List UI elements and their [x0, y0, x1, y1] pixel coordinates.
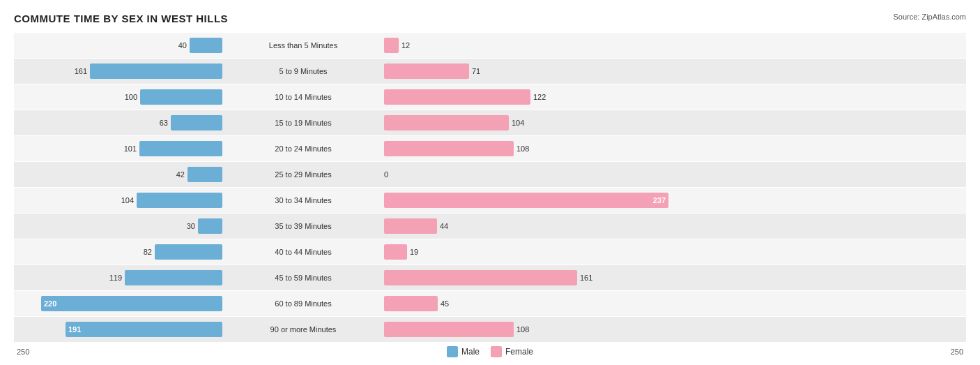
female-bar-section: 237	[380, 193, 966, 208]
male-bar-section: 100	[14, 89, 227, 105]
chart-source: Source: ZipAtlas.com	[893, 13, 966, 21]
female-bar-section: 44	[380, 218, 966, 234]
table-row: 191 90 or more Minutes 108	[14, 317, 966, 342]
legend-female-box	[491, 346, 502, 357]
male-bar-section: 82	[14, 244, 227, 260]
row-label: 20 to 24 Minutes	[227, 144, 380, 153]
legend: Male Female	[447, 346, 533, 357]
male-bar-section: 101	[14, 141, 227, 156]
table-row: 40 Less than 5 Minutes 12	[14, 33, 966, 58]
chart-title: COMMUTE TIME BY SEX IN WEST HILLS	[14, 13, 228, 24]
female-bar-section: 104	[380, 115, 966, 131]
legend-male: Male	[447, 346, 480, 357]
scale-right: 250	[951, 348, 963, 356]
table-row: 42 25 to 29 Minutes 0	[14, 162, 966, 187]
female-bar-section: 108	[380, 141, 966, 156]
legend-male-label: Male	[461, 347, 480, 357]
table-row: 63 15 to 19 Minutes 104	[14, 110, 966, 135]
row-label: Less than 5 Minutes	[227, 41, 380, 50]
row-label: 60 to 89 Minutes	[227, 299, 380, 308]
male-bar-section: 40	[14, 38, 227, 53]
row-label: 45 to 59 Minutes	[227, 274, 380, 282]
row-label: 25 to 29 Minutes	[227, 170, 380, 179]
table-row: 161 5 to 9 Minutes 71	[14, 59, 966, 84]
chart-footer: 250 Male Female 250	[14, 346, 966, 357]
table-row: 119 45 to 59 Minutes 161	[14, 265, 966, 290]
row-label: 40 to 44 Minutes	[227, 248, 380, 256]
table-row: 101 20 to 24 Minutes 108	[14, 136, 966, 161]
table-row: 100 10 to 14 Minutes 122	[14, 84, 966, 110]
chart-body: 40 Less than 5 Minutes 12 161 5 to 9 Min	[14, 33, 966, 342]
male-bar-section: 161	[14, 64, 227, 79]
male-bar-section: 30	[14, 218, 227, 234]
female-bar-section: 45	[380, 296, 966, 311]
female-bar-section: 122	[380, 89, 966, 105]
female-bar-section: 161	[380, 270, 966, 285]
male-bar-section: 119	[14, 270, 227, 285]
table-row: 30 35 to 39 Minutes 44	[14, 214, 966, 239]
legend-male-box	[447, 346, 458, 357]
row-label: 15 to 19 Minutes	[227, 119, 380, 127]
row-label: 30 to 34 Minutes	[227, 196, 380, 204]
chart-container: COMMUTE TIME BY SEX IN WEST HILLS Source…	[0, 0, 980, 365]
scale-left: 250	[17, 348, 29, 356]
legend-female: Female	[491, 346, 533, 357]
male-bar-section: 42	[14, 167, 227, 182]
female-bar-section: 108	[380, 322, 966, 337]
chart-header: COMMUTE TIME BY SEX IN WEST HILLS Source…	[14, 13, 966, 24]
male-bar-section: 220	[14, 296, 227, 311]
row-label: 90 or more Minutes	[227, 325, 380, 334]
table-row: 220 60 to 89 Minutes 45	[14, 291, 966, 316]
female-bar-section: 71	[380, 64, 966, 79]
row-label: 10 to 14 Minutes	[227, 93, 380, 101]
male-bar-section: 104	[14, 193, 227, 208]
table-row: 104 30 to 34 Minutes 237	[14, 188, 966, 213]
male-bar-section: 191	[14, 322, 227, 337]
row-label: 35 to 39 Minutes	[227, 222, 380, 230]
legend-female-label: Female	[505, 347, 533, 357]
female-bar-section: 19	[380, 244, 966, 260]
female-bar-section: 0	[380, 170, 966, 179]
row-label: 5 to 9 Minutes	[227, 67, 380, 75]
male-bar-section: 63	[14, 115, 227, 131]
female-bar-section: 12	[380, 38, 966, 53]
table-row: 82 40 to 44 Minutes 19	[14, 239, 966, 265]
